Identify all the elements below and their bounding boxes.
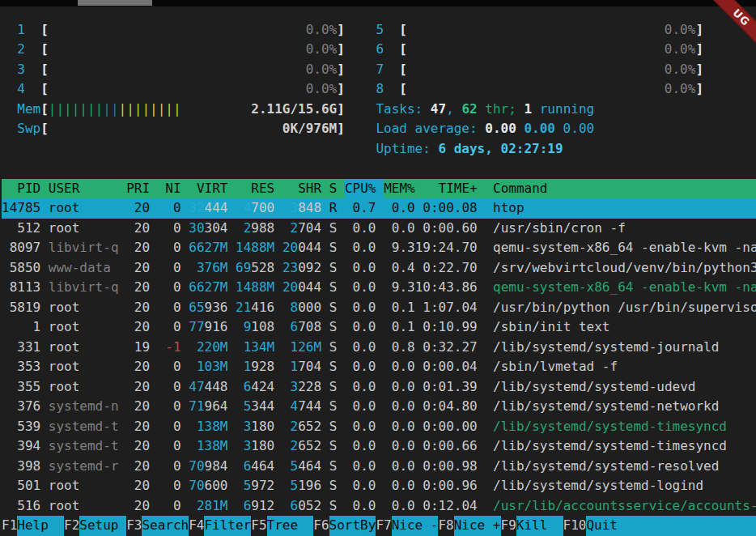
cell-state: S [329, 476, 338, 496]
cell-user: systemd-r [49, 457, 119, 477]
fkey-f9[interactable]: F9 [501, 516, 516, 536]
text-run [40, 338, 49, 358]
process-row-394[interactable]: 394 systemd-t 20 0 138M 3180 2652 S 0.0 … [2, 436, 756, 457]
process-row-1[interactable]: 1 root 20 0 77916 9108 6708 S 0.0 0.1 0:… [2, 317, 756, 338]
col-virt[interactable]: VIRT [189, 179, 227, 199]
fkey-f2[interactable]: F2 [64, 516, 79, 536]
process-row-331[interactable]: 331 root 19 -1 220M 134M 126M S 0.0 0.8 … [2, 338, 756, 358]
cell-pri: 20 [126, 397, 150, 417]
table-header-row[interactable]: PID USER PRI NI VIRT RES SHR S CPU% MEM%… [2, 179, 756, 199]
cell-pid: 501 [2, 476, 40, 496]
fkey-f3[interactable]: F3 [126, 516, 142, 536]
col-user[interactable]: USER [49, 179, 119, 199]
fkey-f8-label[interactable]: Nice + [454, 516, 501, 536]
text-run [119, 338, 127, 358]
text-run [274, 417, 282, 437]
process-row-398[interactable]: 398 systemd-r 20 0 70984 6464 5464 S 0.0… [2, 457, 756, 477]
function-key-bar[interactable]: F1Help F2Setup F3SearchF4FilterF5Tree F6… [2, 516, 756, 536]
fkey-f5[interactable]: F5 [251, 516, 266, 536]
text-run [337, 377, 345, 398]
fkey-f4[interactable]: F4 [189, 516, 204, 536]
memory-number: 1488M [236, 238, 274, 258]
fkey-f10-label[interactable]: Quit [586, 516, 756, 536]
process-row-8097[interactable]: 8097 libvirt-q 20 0 6627M 1488M 20044 S … [2, 238, 756, 258]
text-run [376, 417, 384, 437]
cpu3-label: 3 [17, 60, 40, 80]
fkey-f10[interactable]: F10 [563, 516, 587, 536]
text-run [376, 198, 384, 219]
text-run [345, 79, 376, 100]
memory-number: 744 [298, 397, 321, 417]
text-run [2, 139, 376, 160]
process-row-516[interactable]: 516 root 20 0 281M 6912 6052 S 0.0 0.0 0… [2, 496, 756, 517]
text-run [40, 397, 49, 417]
col-time[interactable]: TIME+ [415, 179, 478, 199]
col-shr[interactable]: SHR [282, 179, 321, 199]
cell-pri: 20 [126, 417, 150, 437]
cpu3-meter-close: ] [337, 60, 345, 80]
memory-number-prefix: 47 [189, 377, 204, 398]
process-row-355[interactable]: 355 root 20 0 47448 6424 3228 S 0.0 0.0 … [2, 377, 756, 398]
text-run [337, 476, 345, 496]
cell-pri: 19 [126, 338, 150, 358]
cell-time: 0:00.08 [415, 198, 478, 219]
fkey-f1-label[interactable]: Help [17, 516, 64, 536]
process-row-5819[interactable]: 5819 root 20 0 65936 21416 8000 S 0.0 0.… [2, 298, 756, 318]
cpu1-meter-close: ] [337, 20, 345, 40]
text-run [337, 298, 345, 318]
text-run [181, 397, 189, 417]
process-row-8113[interactable]: 8113 libvirt-q 20 0 6627M 1488M 20044 S … [2, 278, 756, 298]
process-row-353[interactable]: 353 root 20 0 103M 1928 1704 S 0.0 0.0 0… [2, 357, 756, 377]
text-run [227, 417, 236, 437]
text-run [516, 119, 525, 139]
memory-number-prefix: 1 [282, 357, 298, 377]
cell-pid: 516 [2, 496, 40, 517]
fkey-f8[interactable]: F8 [438, 516, 453, 536]
text-run [407, 60, 665, 80]
col-cpu-sort-active[interactable]: CPU% [345, 179, 384, 199]
process-row-501[interactable]: 501 root 20 0 70600 5972 5196 S 0.0 0.0 … [2, 476, 756, 496]
text-run [119, 457, 127, 477]
text-run [478, 298, 493, 318]
window-top-bar [0, 0, 756, 6]
fkey-f6-label[interactable]: SortBy [329, 516, 376, 536]
process-row-14785[interactable]: 14785 root 20 0 32444 4700 3848 R 0.7 0.… [2, 198, 756, 219]
memory-number-prefix: 65 [189, 298, 204, 318]
col-pid[interactable]: PID [2, 179, 40, 199]
text-run [150, 496, 158, 517]
process-row-539[interactable]: 539 systemd-t 20 0 138M 3180 2652 S 0.0 … [2, 417, 756, 437]
fkey-f9-label[interactable]: Kill [516, 516, 563, 536]
fkey-f7[interactable]: F7 [376, 516, 391, 536]
window-tab-handle[interactable] [78, 0, 152, 6]
memory-number: 528 [251, 258, 274, 279]
text-run [274, 496, 282, 517]
cell-cpu: 0.0 [345, 219, 376, 239]
text-run [227, 357, 236, 377]
cell-time: 10:43.86 [415, 278, 478, 298]
text-run [321, 457, 329, 477]
fkey-f4-label[interactable]: Filter [204, 516, 251, 536]
col-pri[interactable]: PRI [126, 179, 150, 199]
cell-state: S [329, 258, 338, 279]
fkey-f7-label[interactable]: Nice - [392, 516, 439, 536]
fkey-f2-label[interactable]: Setup [79, 516, 126, 536]
cell-mem: 0.0 [384, 476, 415, 496]
text-run [150, 457, 158, 477]
fkey-f6[interactable]: F6 [313, 516, 329, 536]
col-mem[interactable]: MEM% [384, 179, 415, 199]
memory-number: 464 [251, 457, 274, 477]
col-s[interactable]: S [329, 179, 338, 199]
col-command[interactable]: Command [493, 179, 547, 199]
process-row-512[interactable]: 512 root 20 0 30304 2988 2704 S 0.0 0.0 … [2, 219, 756, 239]
col-ni[interactable]: NI [158, 179, 181, 199]
process-row-5850[interactable]: 5850 www-data 20 0 376M 69528 23092 S 0.… [2, 258, 756, 279]
memory-number: 344 [251, 397, 274, 417]
memory-number-prefix: 3 [236, 417, 251, 437]
fkey-f5-label[interactable]: Tree [267, 516, 314, 536]
process-row-376[interactable]: 376 systemd-n 20 0 71964 5344 4744 S 0.0… [2, 397, 756, 417]
fkey-f1[interactable]: F1 [2, 516, 17, 536]
fkey-f3-label[interactable]: Search [142, 516, 189, 536]
col-res[interactable]: RES [236, 179, 274, 199]
text-run [337, 457, 345, 477]
memory-number: 134M [236, 338, 274, 358]
